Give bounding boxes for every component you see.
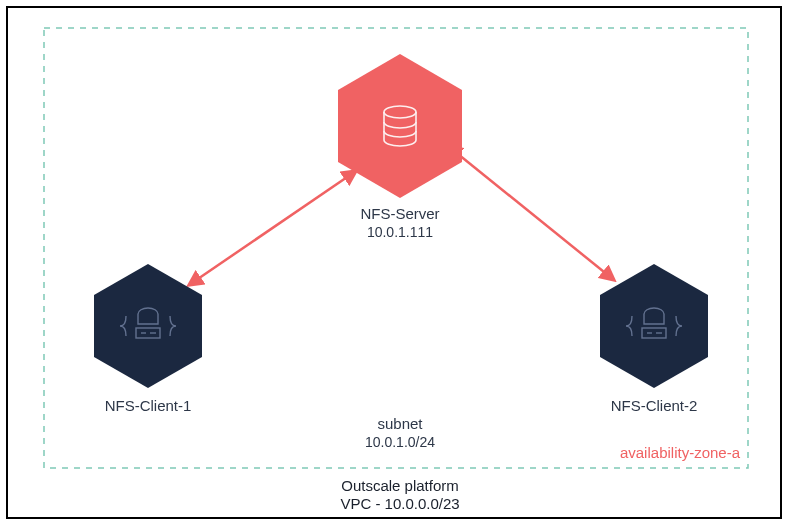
nfs-server-ip: 10.0.1.111 (367, 224, 433, 240)
outer-frame: NFS-Server 10.0.1.111 NFS-Client-1 NFS-C… (6, 6, 782, 519)
nfs-client-2-label: NFS-Client-2 (611, 397, 698, 414)
availability-zone-label: availability-zone-a (620, 444, 741, 461)
nfs-client-2-node (600, 264, 708, 388)
nfs-client-1-label: NFS-Client-1 (105, 397, 192, 414)
nfs-server-node (338, 54, 462, 198)
arrow-server-client2 (448, 146, 614, 280)
nfs-server-label: NFS-Server (360, 205, 439, 222)
svg-marker-0 (338, 54, 462, 198)
arrow-server-client1 (189, 171, 356, 285)
svg-marker-6 (600, 264, 708, 388)
footer-vpc: VPC - 10.0.0.0/23 (340, 495, 459, 512)
subnet-cidr: 10.0.1.0/24 (365, 434, 435, 450)
diagram-canvas: NFS-Server 10.0.1.111 NFS-Client-1 NFS-C… (16, 16, 772, 509)
svg-marker-2 (94, 264, 202, 388)
nfs-client-1-node (94, 264, 202, 388)
footer-platform: Outscale platform (341, 477, 459, 494)
subnet-label: subnet (377, 415, 423, 432)
